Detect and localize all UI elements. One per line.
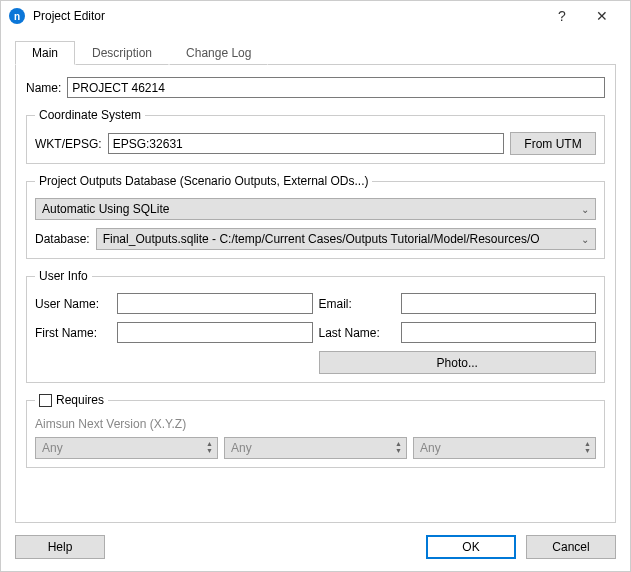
lastname-input[interactable]	[401, 322, 597, 343]
close-button[interactable]: ✕	[582, 2, 622, 30]
spinner-arrows-icon: ▲▼	[584, 440, 591, 454]
version-z-spinner[interactable]: Any ▲▼	[413, 437, 596, 459]
firstname-label: First Name:	[35, 326, 111, 340]
tab-changelog[interactable]: Change Log	[169, 41, 268, 65]
spinner-arrows-icon: ▲▼	[206, 440, 213, 454]
chevron-down-icon: ⌄	[581, 204, 589, 215]
database-select[interactable]: Final_Outputs.sqlite - C:/temp/Current C…	[96, 228, 596, 250]
lastname-label: Last Name:	[319, 326, 395, 340]
email-input[interactable]	[401, 293, 597, 314]
userinfo-legend: User Info	[35, 269, 92, 283]
help-button[interactable]: Help	[15, 535, 105, 559]
wkt-label: WKT/EPSG:	[35, 137, 102, 151]
outputs-mode-value: Automatic Using SQLite	[42, 202, 169, 216]
photo-button[interactable]: Photo...	[319, 351, 597, 374]
ok-button[interactable]: OK	[426, 535, 516, 559]
spinner-arrows-icon: ▲▼	[395, 440, 402, 454]
help-button[interactable]: ?	[542, 2, 582, 30]
wkt-input[interactable]	[108, 133, 504, 154]
username-input[interactable]	[117, 293, 313, 314]
coord-legend: Coordinate System	[35, 108, 145, 122]
tab-description[interactable]: Description	[75, 41, 169, 65]
version-label: Aimsun Next Version (X.Y.Z)	[35, 417, 596, 431]
email-label: Email:	[319, 297, 395, 311]
app-icon: n	[9, 8, 25, 24]
outputs-legend: Project Outputs Database (Scenario Outpu…	[35, 174, 372, 188]
requires-checkbox[interactable]	[39, 394, 52, 407]
cancel-button[interactable]: Cancel	[526, 535, 616, 559]
chevron-down-icon: ⌄	[581, 234, 589, 245]
tab-main[interactable]: Main	[15, 41, 75, 65]
window-title: Project Editor	[33, 9, 542, 23]
version-y-spinner[interactable]: Any ▲▼	[224, 437, 407, 459]
requires-legend: Requires	[35, 393, 108, 407]
name-label: Name:	[26, 81, 61, 95]
database-label: Database:	[35, 232, 90, 246]
outputs-mode-select[interactable]: Automatic Using SQLite ⌄	[35, 198, 596, 220]
version-x-spinner[interactable]: Any ▲▼	[35, 437, 218, 459]
username-label: User Name:	[35, 297, 111, 311]
firstname-input[interactable]	[117, 322, 313, 343]
database-value: Final_Outputs.sqlite - C:/temp/Current C…	[103, 232, 540, 246]
name-input[interactable]	[67, 77, 605, 98]
from-utm-button[interactable]: From UTM	[510, 132, 596, 155]
